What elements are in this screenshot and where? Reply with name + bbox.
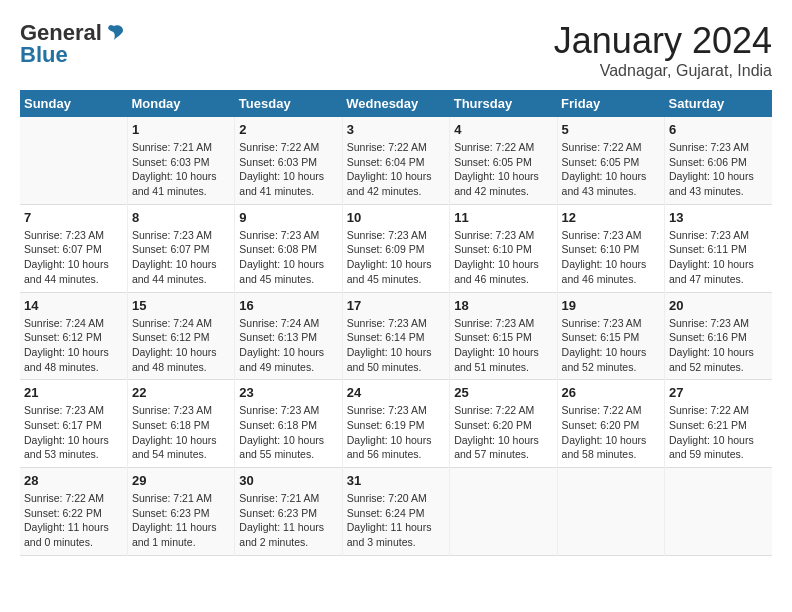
- calendar-cell: 25Sunrise: 7:22 AMSunset: 6:20 PMDayligh…: [450, 380, 557, 468]
- day-number: 13: [669, 210, 768, 225]
- day-number: 16: [239, 298, 337, 313]
- calendar-week-row: 28Sunrise: 7:22 AMSunset: 6:22 PMDayligh…: [20, 468, 772, 556]
- day-info: Sunrise: 7:23 AMSunset: 6:17 PMDaylight:…: [24, 403, 123, 462]
- day-number: 19: [562, 298, 660, 313]
- calendar-cell: 21Sunrise: 7:23 AMSunset: 6:17 PMDayligh…: [20, 380, 127, 468]
- day-number: 12: [562, 210, 660, 225]
- day-number: 18: [454, 298, 552, 313]
- day-number: 30: [239, 473, 337, 488]
- calendar-cell: 6Sunrise: 7:23 AMSunset: 6:06 PMDaylight…: [665, 117, 772, 204]
- day-number: 25: [454, 385, 552, 400]
- day-number: 26: [562, 385, 660, 400]
- day-info: Sunrise: 7:23 AMSunset: 6:06 PMDaylight:…: [669, 140, 768, 199]
- day-number: 21: [24, 385, 123, 400]
- calendar-cell: 29Sunrise: 7:21 AMSunset: 6:23 PMDayligh…: [127, 468, 234, 556]
- day-number: 14: [24, 298, 123, 313]
- day-number: 24: [347, 385, 445, 400]
- day-number: 28: [24, 473, 123, 488]
- day-info: Sunrise: 7:23 AMSunset: 6:15 PMDaylight:…: [454, 316, 552, 375]
- day-info: Sunrise: 7:22 AMSunset: 6:22 PMDaylight:…: [24, 491, 123, 550]
- day-info: Sunrise: 7:23 AMSunset: 6:07 PMDaylight:…: [132, 228, 230, 287]
- calendar-week-row: 1Sunrise: 7:21 AMSunset: 6:03 PMDaylight…: [20, 117, 772, 204]
- calendar-cell: 1Sunrise: 7:21 AMSunset: 6:03 PMDaylight…: [127, 117, 234, 204]
- day-info: Sunrise: 7:20 AMSunset: 6:24 PMDaylight:…: [347, 491, 445, 550]
- day-info: Sunrise: 7:23 AMSunset: 6:19 PMDaylight:…: [347, 403, 445, 462]
- calendar-cell: 8Sunrise: 7:23 AMSunset: 6:07 PMDaylight…: [127, 204, 234, 292]
- calendar-cell: 27Sunrise: 7:22 AMSunset: 6:21 PMDayligh…: [665, 380, 772, 468]
- weekday-header: Saturday: [665, 90, 772, 117]
- calendar-cell: 12Sunrise: 7:23 AMSunset: 6:10 PMDayligh…: [557, 204, 664, 292]
- day-number: 11: [454, 210, 552, 225]
- calendar-cell: 5Sunrise: 7:22 AMSunset: 6:05 PMDaylight…: [557, 117, 664, 204]
- day-info: Sunrise: 7:23 AMSunset: 6:08 PMDaylight:…: [239, 228, 337, 287]
- calendar-cell: 20Sunrise: 7:23 AMSunset: 6:16 PMDayligh…: [665, 292, 772, 380]
- day-number: 27: [669, 385, 768, 400]
- day-info: Sunrise: 7:23 AMSunset: 6:10 PMDaylight:…: [454, 228, 552, 287]
- calendar-cell: 3Sunrise: 7:22 AMSunset: 6:04 PMDaylight…: [342, 117, 449, 204]
- day-number: 5: [562, 122, 660, 137]
- day-info: Sunrise: 7:23 AMSunset: 6:09 PMDaylight:…: [347, 228, 445, 287]
- day-number: 7: [24, 210, 123, 225]
- day-info: Sunrise: 7:23 AMSunset: 6:14 PMDaylight:…: [347, 316, 445, 375]
- day-info: Sunrise: 7:23 AMSunset: 6:18 PMDaylight:…: [239, 403, 337, 462]
- day-info: Sunrise: 7:22 AMSunset: 6:20 PMDaylight:…: [454, 403, 552, 462]
- month-title: January 2024: [554, 20, 772, 62]
- calendar-cell: 18Sunrise: 7:23 AMSunset: 6:15 PMDayligh…: [450, 292, 557, 380]
- calendar-cell: [20, 117, 127, 204]
- day-info: Sunrise: 7:23 AMSunset: 6:18 PMDaylight:…: [132, 403, 230, 462]
- day-info: Sunrise: 7:23 AMSunset: 6:07 PMDaylight:…: [24, 228, 123, 287]
- calendar-cell: 24Sunrise: 7:23 AMSunset: 6:19 PMDayligh…: [342, 380, 449, 468]
- day-info: Sunrise: 7:24 AMSunset: 6:12 PMDaylight:…: [24, 316, 123, 375]
- day-number: 9: [239, 210, 337, 225]
- day-number: 15: [132, 298, 230, 313]
- calendar-body: 1Sunrise: 7:21 AMSunset: 6:03 PMDaylight…: [20, 117, 772, 555]
- calendar-table: SundayMondayTuesdayWednesdayThursdayFrid…: [20, 90, 772, 556]
- day-number: 2: [239, 122, 337, 137]
- calendar-cell: 7Sunrise: 7:23 AMSunset: 6:07 PMDaylight…: [20, 204, 127, 292]
- day-info: Sunrise: 7:21 AMSunset: 6:23 PMDaylight:…: [132, 491, 230, 550]
- calendar-cell: 9Sunrise: 7:23 AMSunset: 6:08 PMDaylight…: [235, 204, 342, 292]
- calendar-cell: 31Sunrise: 7:20 AMSunset: 6:24 PMDayligh…: [342, 468, 449, 556]
- weekday-header: Thursday: [450, 90, 557, 117]
- day-number: 3: [347, 122, 445, 137]
- logo-bird-icon: [103, 22, 125, 44]
- weekday-header: Sunday: [20, 90, 127, 117]
- calendar-header: SundayMondayTuesdayWednesdayThursdayFrid…: [20, 90, 772, 117]
- calendar-cell: 15Sunrise: 7:24 AMSunset: 6:12 PMDayligh…: [127, 292, 234, 380]
- day-info: Sunrise: 7:21 AMSunset: 6:23 PMDaylight:…: [239, 491, 337, 550]
- calendar-cell: [557, 468, 664, 556]
- calendar-cell: 23Sunrise: 7:23 AMSunset: 6:18 PMDayligh…: [235, 380, 342, 468]
- day-info: Sunrise: 7:21 AMSunset: 6:03 PMDaylight:…: [132, 140, 230, 199]
- calendar-cell: 26Sunrise: 7:22 AMSunset: 6:20 PMDayligh…: [557, 380, 664, 468]
- day-info: Sunrise: 7:23 AMSunset: 6:10 PMDaylight:…: [562, 228, 660, 287]
- weekday-header: Tuesday: [235, 90, 342, 117]
- day-info: Sunrise: 7:22 AMSunset: 6:05 PMDaylight:…: [454, 140, 552, 199]
- calendar-cell: 4Sunrise: 7:22 AMSunset: 6:05 PMDaylight…: [450, 117, 557, 204]
- calendar-cell: 2Sunrise: 7:22 AMSunset: 6:03 PMDaylight…: [235, 117, 342, 204]
- title-block: January 2024 Vadnagar, Gujarat, India: [554, 20, 772, 80]
- day-number: 29: [132, 473, 230, 488]
- day-number: 4: [454, 122, 552, 137]
- logo-blue: Blue: [20, 42, 68, 68]
- day-info: Sunrise: 7:22 AMSunset: 6:20 PMDaylight:…: [562, 403, 660, 462]
- weekday-header: Friday: [557, 90, 664, 117]
- day-info: Sunrise: 7:22 AMSunset: 6:04 PMDaylight:…: [347, 140, 445, 199]
- calendar-cell: 16Sunrise: 7:24 AMSunset: 6:13 PMDayligh…: [235, 292, 342, 380]
- calendar-cell: [450, 468, 557, 556]
- calendar-week-row: 14Sunrise: 7:24 AMSunset: 6:12 PMDayligh…: [20, 292, 772, 380]
- day-number: 6: [669, 122, 768, 137]
- weekday-header: Monday: [127, 90, 234, 117]
- calendar-cell: 13Sunrise: 7:23 AMSunset: 6:11 PMDayligh…: [665, 204, 772, 292]
- day-info: Sunrise: 7:24 AMSunset: 6:12 PMDaylight:…: [132, 316, 230, 375]
- calendar-week-row: 21Sunrise: 7:23 AMSunset: 6:17 PMDayligh…: [20, 380, 772, 468]
- calendar-cell: 17Sunrise: 7:23 AMSunset: 6:14 PMDayligh…: [342, 292, 449, 380]
- day-info: Sunrise: 7:23 AMSunset: 6:15 PMDaylight:…: [562, 316, 660, 375]
- calendar-cell: 28Sunrise: 7:22 AMSunset: 6:22 PMDayligh…: [20, 468, 127, 556]
- calendar-cell: 11Sunrise: 7:23 AMSunset: 6:10 PMDayligh…: [450, 204, 557, 292]
- day-number: 10: [347, 210, 445, 225]
- day-number: 20: [669, 298, 768, 313]
- day-number: 8: [132, 210, 230, 225]
- calendar-cell: 10Sunrise: 7:23 AMSunset: 6:09 PMDayligh…: [342, 204, 449, 292]
- weekday-row: SundayMondayTuesdayWednesdayThursdayFrid…: [20, 90, 772, 117]
- page-header: General Blue January 2024 Vadnagar, Guja…: [20, 20, 772, 80]
